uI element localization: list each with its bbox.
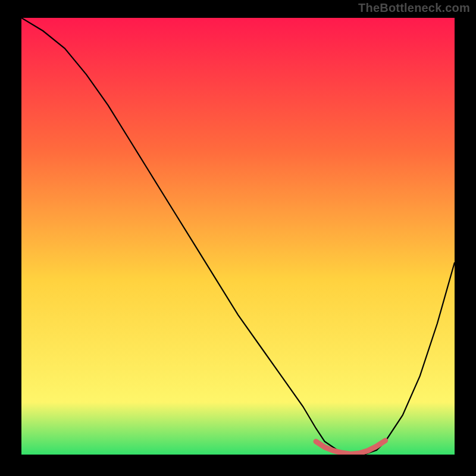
- gradient-background: [21, 18, 455, 455]
- chart-frame: TheBottleneck.com: [0, 0, 476, 476]
- plot-area: [21, 18, 455, 455]
- chart-svg: [21, 18, 455, 455]
- attribution-label: TheBottleneck.com: [358, 1, 470, 15]
